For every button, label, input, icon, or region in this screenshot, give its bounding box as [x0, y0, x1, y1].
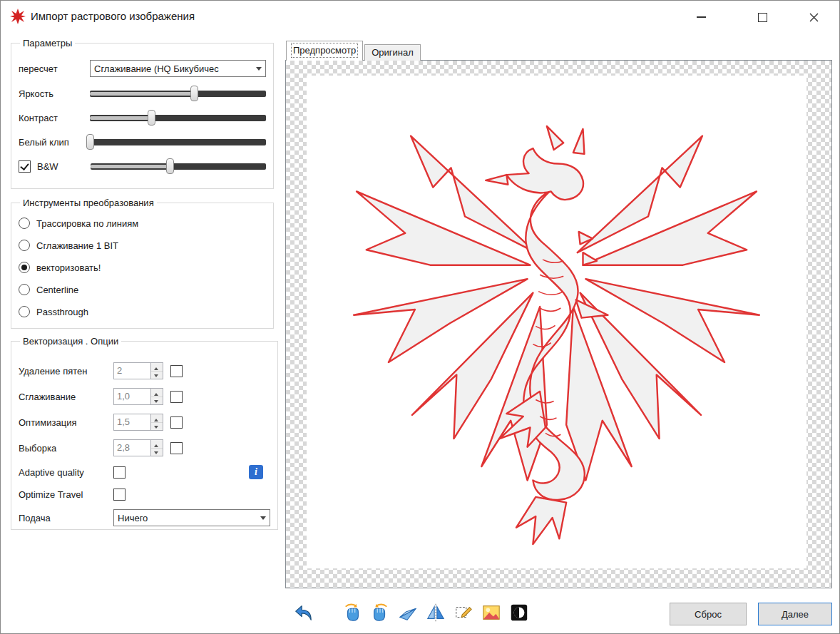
white-clip-slider[interactable] [90, 134, 266, 150]
spin-up-icon[interactable] [151, 440, 163, 449]
radio-label: Passthrough [36, 307, 88, 317]
radio-vectorize[interactable]: векторизовать! [19, 262, 266, 273]
slider-fill [91, 165, 170, 168]
undo-icon[interactable] [292, 601, 314, 624]
resample-select[interactable]: Сглаживание (HQ Бикубичес [90, 60, 266, 77]
reset-button[interactable]: Сброс [670, 603, 747, 625]
bw-checkbox[interactable] [19, 160, 31, 173]
spot-removal-row: Удаление пятен 2 [19, 362, 270, 379]
adaptive-quality-row: Adaptive quality i [19, 466, 270, 479]
spinner-buttons [150, 440, 163, 456]
parameters-group: Параметры пересчет Сглаживание (HQ Бикуб… [11, 38, 274, 189]
conversion-tools-title: Инструменты преобразования [20, 198, 157, 208]
slider-thumb[interactable] [166, 158, 174, 174]
radio-centerline[interactable]: Centerline [19, 284, 266, 295]
brightness-row: Яркость [19, 86, 266, 101]
contrast-label: Контраст [19, 113, 90, 123]
radio-label: Centerline [36, 285, 78, 295]
rotate-right-hand-icon[interactable] [369, 601, 391, 624]
radio-icon [19, 306, 30, 317]
slider-fill [90, 116, 151, 120]
image-toolbar [292, 600, 531, 625]
next-button[interactable]: Далее [758, 603, 832, 625]
optimize-travel-row: Optimize Travel [19, 489, 270, 501]
resample-label: пересчет [19, 63, 90, 74]
minimize-button[interactable] [690, 8, 712, 26]
slider-thumb[interactable] [190, 86, 198, 101]
optimization-input[interactable]: 1,5 [113, 414, 163, 431]
info-icon[interactable]: i [249, 465, 263, 479]
invert-bw-icon[interactable] [508, 601, 531, 624]
vectorization-options-group: Векторизация . Опции Удаление пятен 2 Сг… [11, 336, 278, 530]
spot-removal-value: 2 [114, 363, 150, 379]
vectorization-options-title: Векторизация . Опции [20, 336, 121, 347]
minimize-icon [697, 16, 706, 18]
radio-dithering-1bit[interactable]: Сглаживание 1 BIT [19, 240, 266, 251]
radio-label: Трассировка по линиям [36, 218, 138, 229]
optimization-checkbox[interactable] [170, 416, 183, 429]
tab-original-label: Оригинал [372, 47, 414, 58]
spin-up-icon[interactable] [151, 363, 163, 372]
rotate-left-hand-icon[interactable] [341, 601, 364, 624]
spin-down-icon[interactable] [151, 423, 163, 431]
bw-label: B&W [37, 161, 91, 172]
image-adjust-icon[interactable] [480, 601, 503, 624]
tab-preview[interactable]: Предпросмотр [286, 41, 363, 61]
radio-label: векторизовать! [36, 262, 101, 273]
radio-icon [19, 240, 30, 251]
maximize-button[interactable] [751, 8, 774, 26]
slider-fill [90, 92, 194, 96]
brightness-label: Яркость [19, 88, 90, 99]
radio-line-tracing[interactable]: Трассировка по линиям [19, 218, 266, 229]
resample-row: пересчет Сглаживание (HQ Бикубичес [19, 60, 266, 77]
smoothing-row: Сглаживание 1,0 [19, 388, 270, 405]
mirror-icon[interactable] [424, 601, 447, 624]
title-bar: Импорт растрового изображения [1, 1, 839, 33]
smoothing-input[interactable]: 1,0 [113, 388, 163, 405]
preview-tabs: Предпросмотр Оригинал [286, 41, 422, 61]
radio-icon [19, 218, 30, 229]
crop-edit-icon[interactable] [452, 601, 475, 624]
smoothing-label: Сглаживание [19, 392, 113, 402]
contrast-slider[interactable] [90, 110, 266, 126]
optimize-travel-checkbox[interactable] [113, 489, 126, 501]
spin-down-icon[interactable] [151, 372, 163, 379]
spot-removal-input[interactable]: 2 [113, 362, 163, 379]
downsampling-checkbox[interactable] [170, 442, 183, 454]
optimization-label: Оптимизация [19, 417, 113, 428]
bw-threshold-slider[interactable] [91, 158, 266, 174]
radio-label: Сглаживание 1 BIT [36, 240, 118, 251]
downsampling-value: 2,8 [114, 440, 150, 456]
tab-original[interactable]: Оригинал [364, 44, 421, 61]
spot-removal-checkbox[interactable] [170, 365, 183, 377]
spin-down-icon[interactable] [151, 449, 163, 456]
tab-preview-label: Предпросмотр [293, 45, 356, 56]
feed-value: Ничего [118, 513, 256, 523]
spin-up-icon[interactable] [151, 389, 163, 397]
optimization-value: 1,5 [114, 414, 150, 430]
adaptive-quality-label: Adaptive quality [19, 467, 113, 478]
feed-select[interactable]: Ничего [113, 509, 270, 526]
spin-down-icon[interactable] [151, 397, 163, 405]
brightness-slider[interactable] [90, 86, 266, 101]
window-title: Импорт растрового изображения [31, 10, 195, 22]
feed-row: Подача Ничего [19, 509, 270, 526]
slider-track [90, 139, 266, 145]
chevron-down-icon [256, 67, 262, 73]
spin-up-icon[interactable] [151, 414, 163, 423]
slider-thumb[interactable] [86, 134, 94, 150]
contrast-row: Контраст [19, 110, 266, 126]
app-logo-icon [10, 9, 26, 24]
downsampling-input[interactable]: 2,8 [113, 439, 163, 456]
flip-icon[interactable] [396, 601, 419, 624]
downsampling-row: Выборка 2,8 [19, 439, 270, 456]
smoothing-checkbox[interactable] [170, 391, 183, 403]
adaptive-quality-checkbox[interactable] [113, 466, 126, 479]
radio-passthrough[interactable]: Passthrough [19, 306, 266, 317]
slider-thumb[interactable] [148, 110, 155, 126]
spinner-buttons [150, 414, 163, 430]
white-clip-label: Белый клип [19, 137, 90, 148]
close-button[interactable] [802, 8, 825, 26]
feed-label: Подача [19, 513, 113, 523]
conversion-tools-group: Инструменты преобразования Трассировка п… [11, 198, 274, 329]
